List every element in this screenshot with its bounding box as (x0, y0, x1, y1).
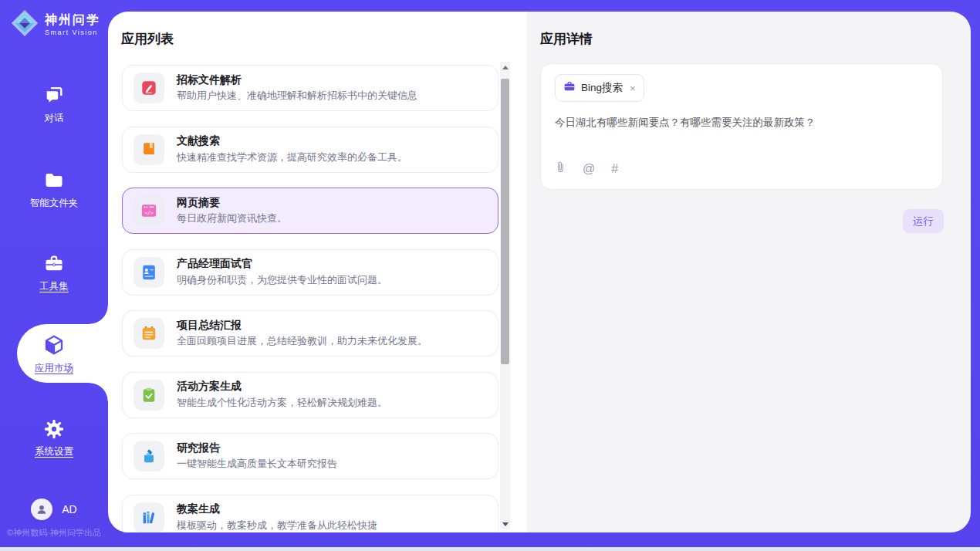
app-card-desc: 每日政府新闻资讯快查。 (177, 211, 287, 225)
browser-code-icon: </> (133, 195, 164, 226)
scrollbar-thumb[interactable] (501, 79, 509, 364)
copyright-text: ©神州数码·神州问学出品 (0, 527, 108, 539)
svg-text:</>: </> (144, 210, 154, 216)
brand-subtitle: Smart Vision (45, 29, 100, 36)
interview-icon (133, 257, 164, 288)
app-card-pm-interviewer[interactable]: 产品经理面试官 明确身份和职责，为您提供专业性的面试问题。 (122, 249, 498, 296)
app-card-lesson-plan[interactable]: 教案生成 模板驱动，教案秒成，教学准备从此轻松快捷 (122, 495, 498, 533)
chat-icon (0, 85, 108, 106)
run-button[interactable]: 运行 (903, 209, 944, 233)
sidebar-item-label: 系统设置 (0, 445, 108, 458)
scroll-down-arrow-icon[interactable] (500, 519, 510, 529)
sidebar-item-smart-folder[interactable]: 智能文件夹 (0, 170, 108, 210)
ink-pen-icon (133, 441, 164, 472)
app-card-desc: 智能生成个性化活动方案，轻松解决规划难题。 (177, 396, 387, 410)
query-text[interactable]: 今日湖北有哪些新闻要点？有哪些需要关注的最新政策？ (555, 115, 928, 130)
app-card-web-summary[interactable]: </> 网页摘要 每日政府新闻资讯快查。 (122, 188, 498, 234)
book-icon (133, 134, 164, 165)
brand-name: 神州问学 (45, 13, 100, 27)
input-toolbar: @ # (555, 161, 618, 177)
app-list-panel: 应用列表 招标文件解析 帮助用户快速、准确地理解和解析招标书中的关键信息 (108, 12, 527, 532)
app-card-bid-parsing[interactable]: 招标文件解析 帮助用户快速、准确地理解和解析招标书中的关键信息 (122, 65, 498, 111)
app-card-name: 招标文件解析 (177, 73, 417, 87)
summary-icon (133, 318, 164, 349)
list-scrollbar[interactable] (500, 62, 510, 529)
sidebar-item-label: 对话 (0, 112, 108, 125)
gear-icon (0, 418, 108, 440)
query-input-card[interactable]: Bing搜索 × 今日湖北有哪些新闻要点？有哪些需要关注的最新政策？ @ # (540, 63, 943, 190)
app-card-name: 活动方案生成 (177, 380, 387, 394)
app-card-desc: 全面回顾项目进展，总结经验教训，助力未来优化发展。 (177, 334, 427, 348)
app-card-desc: 明确身份和职责，为您提供专业性的面试问题。 (177, 273, 387, 287)
app-card-event-plan[interactable]: 活动方案生成 智能生成个性化活动方案，轻松解决规划难题。 (122, 372, 498, 418)
app-logo: 神州问学 Smart Vision (10, 8, 100, 41)
paperclip-icon[interactable] (555, 161, 566, 177)
app-card-desc: 模板驱动，教案秒成，教学准备从此轻松快捷 (177, 519, 377, 532)
main-content: 应用列表 招标文件解析 帮助用户快速、准确地理解和解析招标书中的关键信息 (108, 12, 971, 532)
app-card-desc: 快速精准查找学术资源，提高研究效率的必备工具。 (177, 150, 407, 164)
folder-icon (0, 170, 108, 191)
sidebar: 神州问学 Smart Vision 对话 智能文件夹 (0, 0, 108, 547)
app-card-name: 文献搜索 (177, 134, 407, 148)
sidebar-item-chat[interactable]: 对话 (0, 85, 108, 125)
app-card-name: 网页摘要 (177, 196, 287, 210)
app-card-list: 招标文件解析 帮助用户快速、准确地理解和解析招标书中的关键信息 文献搜索 快速精… (122, 65, 498, 532)
hash-icon[interactable]: # (611, 163, 618, 175)
window-bottom-edge (0, 547, 980, 551)
scroll-up-arrow-icon[interactable] (500, 62, 510, 73)
app-card-literature-search[interactable]: 文献搜索 快速精准查找学术资源，提高研究效率的必备工具。 (122, 127, 498, 173)
sidebar-item-label: 智能文件夹 (0, 197, 108, 210)
app-card-name: 研究报告 (177, 441, 337, 455)
sidebar-item-label: 应用市场 (0, 362, 108, 375)
sidebar-item-label: 工具集 (0, 280, 108, 293)
sidebar-item-settings[interactable]: 系统设置 (0, 418, 108, 458)
app-card-desc: 帮助用户快速、准确地理解和解析招标书中的关键信息 (177, 89, 417, 103)
app-card-name: 项目总结汇报 (177, 319, 427, 333)
books-icon (133, 502, 164, 533)
at-icon[interactable]: @ (583, 163, 595, 175)
app-card-research-report[interactable]: 研究报告 一键智能生成高质量长文本研究报告 (122, 433, 498, 479)
app-card-name: 教案生成 (177, 502, 377, 516)
document-pen-icon (133, 73, 164, 103)
app-detail-title: 应用详情 (540, 30, 593, 48)
sidebar-item-toolbox[interactable]: 工具集 (0, 253, 108, 293)
cube-icon (0, 333, 108, 357)
tool-tag-bing-search[interactable]: Bing搜索 × (555, 74, 644, 102)
tag-close-icon[interactable]: × (630, 83, 636, 93)
app-card-desc: 一键智能生成高质量长文本研究报告 (177, 457, 337, 471)
brand-diamond-icon (10, 8, 39, 41)
tool-tag-label: Bing搜索 (581, 81, 623, 95)
sidebar-item-app-market[interactable]: 应用市场 (0, 333, 108, 375)
toolbox-icon (0, 253, 108, 275)
user-account[interactable]: AD (0, 499, 108, 520)
app-card-project-summary[interactable]: 项目总结汇报 全面回顾项目进展，总结经验教训，助力未来优化发展。 (122, 310, 498, 357)
clipboard-check-icon (133, 380, 164, 411)
app-card-name: 产品经理面试官 (177, 257, 387, 271)
user-name: AD (62, 503, 76, 516)
briefcase-icon (563, 80, 576, 96)
avatar (31, 499, 52, 520)
app-list-title: 应用列表 (121, 30, 174, 48)
app-detail-panel: 应用详情 Bing搜索 × 今日湖北有哪些新闻要点？有哪些需要关注的最新政策？ (527, 12, 971, 532)
